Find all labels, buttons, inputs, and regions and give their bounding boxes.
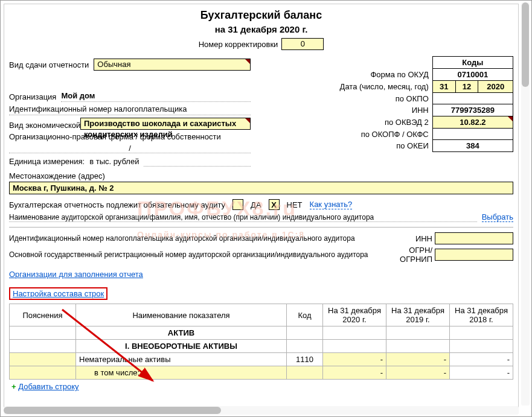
- how-to-know-link[interactable]: Как узнать?: [310, 200, 353, 209]
- submission-label: Вид сдачи отчетности: [9, 60, 89, 69]
- row1-y1[interactable]: -: [386, 353, 450, 366]
- inn-label: Идентификационный номер налогоплательщик…: [9, 104, 251, 115]
- section-row-2: I. ВНЕОБОРОТНЫЕ АКТИВЫ: [10, 340, 513, 353]
- date-month[interactable]: 12: [455, 81, 478, 93]
- audit-no-label: НЕТ: [287, 200, 303, 209]
- units-underline: [144, 156, 251, 167]
- okei-label: по ОКЕИ: [257, 140, 432, 152]
- auditor-inn-field[interactable]: [435, 232, 513, 244]
- date-label: Дата (число, месяц, год): [257, 81, 432, 93]
- auditor-name-label: Наименование аудиторской организации/фам…: [9, 213, 477, 222]
- table-row[interactable]: Нематериальные активы 1110 - - -: [10, 353, 513, 366]
- submission-field[interactable]: Обычная: [94, 59, 251, 71]
- activity-label: Вид экономической деятельности: [9, 121, 75, 130]
- auditor-ogrn-label: Основной государственный регистрационный…: [9, 250, 393, 259]
- scrollbar-vertical[interactable]: [521, 2, 530, 406]
- auditor-inn-label: Идентификационный номер налогоплательщик…: [9, 234, 393, 243]
- row2-y0[interactable]: -: [323, 366, 386, 380]
- units-value: в тыс. рублей: [89, 157, 139, 166]
- row1-code: 1110: [287, 353, 323, 366]
- config-rows-link[interactable]: Настройка состава строк: [13, 289, 104, 298]
- plus-icon: +: [11, 382, 16, 391]
- section-row: АКТИВ: [10, 326, 513, 340]
- scrollbar-thumb-h[interactable]: [4, 407, 221, 414]
- row1-y0[interactable]: -: [323, 353, 386, 366]
- date-day[interactable]: 31: [432, 81, 455, 93]
- codes-header: Коды: [432, 57, 513, 69]
- audit-yes-checkbox[interactable]: [232, 199, 243, 210]
- row2-y1[interactable]: -: [386, 366, 450, 380]
- okud-value: 0710001: [432, 69, 513, 81]
- okud-label: Форма по ОКУД: [257, 69, 432, 81]
- codes-table: Коды Форма по ОКУД0710001 Дата (число, м…: [257, 56, 513, 152]
- audit-label: Бухгалтерская отчетность подлежит обязат…: [9, 200, 225, 209]
- audit-no-checkbox[interactable]: Х: [269, 199, 280, 210]
- okei-value: 384: [432, 140, 513, 152]
- row1-name: Нематериальные активы: [76, 353, 287, 366]
- address-label: Местонахождение (адрес): [9, 171, 105, 180]
- okpo-label: по ОКПО: [257, 93, 432, 104]
- balance-table: Пояснения Наименование показателя Код На…: [9, 304, 513, 380]
- okopf-value: [432, 129, 513, 140]
- page-title: Бухгалтерский баланс: [9, 9, 513, 22]
- activity-field[interactable]: Производство шоколада и сахаристых конди…: [80, 118, 251, 130]
- legal-form-value[interactable]: /: [9, 144, 251, 153]
- col-y1: На 31 декабря 2019 г.: [386, 304, 450, 326]
- okved-label: по ОКВЭД 2: [257, 116, 432, 129]
- config-rows-box: Настройка состава строк: [9, 287, 107, 300]
- auditor-ogrn-field[interactable]: [435, 249, 513, 261]
- col-code: Код: [287, 304, 323, 326]
- table-row[interactable]: в том числе: - - -: [10, 366, 513, 380]
- correction-label: Номер корректировки: [199, 40, 278, 49]
- section-vneob: I. ВНЕОБОРОТНЫЕ АКТИВЫ: [76, 340, 287, 353]
- auditor-ogrn-short: ОГРН/ ОГРНИП: [393, 246, 435, 264]
- okved-value[interactable]: 10.82.2: [432, 116, 513, 129]
- document-viewport: Бухгалтерский баланс на 31 декабря 2020 …: [4, 4, 519, 413]
- auditor-inn-short: ИНН: [393, 234, 435, 243]
- correction-value[interactable]: 0: [281, 38, 324, 50]
- address-field[interactable]: Москва г, Пушкина, д. № 2: [9, 182, 513, 194]
- org-label: Организация: [9, 92, 56, 101]
- units-label: Единица измерения:: [9, 157, 85, 166]
- okopf-label: по ОКОПФ / ОКФС: [257, 129, 432, 140]
- add-row-link[interactable]: Добавить строку: [18, 382, 79, 391]
- row1-y2[interactable]: -: [450, 353, 513, 366]
- row2-name[interactable]: в том числе:: [76, 366, 287, 380]
- col-y2: На 31 декабря 2018 г.: [450, 304, 513, 326]
- scrollbar-horizontal[interactable]: [4, 406, 519, 415]
- col-explain: Пояснения: [10, 304, 76, 326]
- col-name: Наименование показателя: [76, 304, 287, 326]
- org-name[interactable]: Мой дом: [61, 91, 251, 102]
- inn-code-label: ИНН: [257, 104, 432, 116]
- auditor-select-link[interactable]: Выбрать: [482, 212, 513, 222]
- inn-value: 7799735289: [432, 104, 513, 116]
- audit-yes-label: ДА: [251, 200, 261, 209]
- section-aktiv: АКТИВ: [76, 326, 287, 340]
- okpo-value: [432, 93, 513, 104]
- divider: [9, 227, 513, 228]
- col-y0: На 31 декабря 2020 г.: [323, 304, 386, 326]
- date-year[interactable]: 2020: [478, 81, 513, 93]
- row2-y2[interactable]: -: [450, 366, 513, 380]
- page-subtitle: на 31 декабря 2020 г.: [9, 24, 513, 34]
- scrollbar-thumb[interactable]: [522, 2, 529, 87]
- org-fill-link[interactable]: Организации для заполнения отчета: [9, 270, 143, 279]
